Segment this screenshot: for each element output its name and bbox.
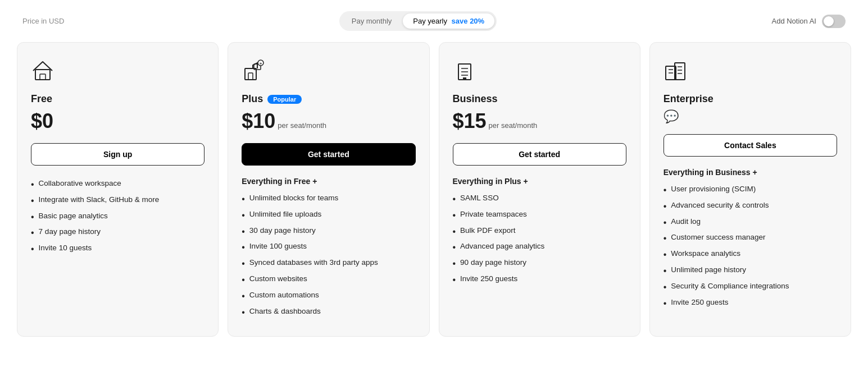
plan-card-plus: + PlusPopular $10 per seat/month Get sta… <box>228 42 429 337</box>
feature-item: Invite 10 guests <box>31 241 204 258</box>
feature-item: Integrate with Slack, GitHub & more <box>31 193 204 209</box>
cta-button[interactable]: Sign up <box>31 143 204 166</box>
feature-item: User provisioning (SCIM) <box>664 182 837 199</box>
feature-item: Invite 250 guests <box>664 296 837 312</box>
feature-item: Synced databases with 3rd party apps <box>242 256 415 272</box>
feature-item: Invite 100 guests <box>242 240 415 256</box>
price-row: $15 per seat/month <box>453 109 626 133</box>
feature-item: Invite 250 guests <box>453 272 626 288</box>
svg-text:+: + <box>260 61 262 66</box>
everything-label: Everything in Free + <box>242 177 415 186</box>
plan-card-free: Free $0 Sign up Collaborative workspaceI… <box>17 42 219 337</box>
feature-item: Advanced page analytics <box>453 240 626 256</box>
feature-list: Collaborative workspaceIntegrate with Sl… <box>31 177 204 258</box>
yearly-billing-button[interactable]: Pay yearly save 20% <box>403 13 494 29</box>
plan-name: Enterprise <box>664 93 837 105</box>
feature-item: Custom websites <box>242 272 415 288</box>
ai-toggle-switch[interactable] <box>822 15 846 28</box>
plan-icon <box>664 58 837 85</box>
feature-list: User provisioning (SCIM)Advanced securit… <box>664 182 837 311</box>
save-badge: save 20% <box>452 17 485 25</box>
price-row: $10 per seat/month <box>242 109 415 133</box>
svg-rect-11 <box>463 77 466 80</box>
popular-badge: Popular <box>267 95 302 104</box>
cta-button[interactable]: Get started <box>242 143 415 166</box>
feature-item: SAML SSO <box>453 191 626 208</box>
svg-rect-2 <box>245 68 256 80</box>
feature-item: Advanced security & controls <box>664 199 837 215</box>
everything-label: Everything in Plus + <box>453 177 626 186</box>
price-sub: per seat/month <box>278 121 326 130</box>
plan-icon: + <box>242 58 415 85</box>
feature-item: Security & Compliance integrations <box>664 279 837 296</box>
ai-toggle-container: Add Notion AI <box>771 15 846 28</box>
billing-toggle: Pay monthly Pay yearly save 20% <box>339 11 497 31</box>
plan-icon <box>31 58 204 85</box>
feature-list: SAML SSOPrivate teamspacesBulk PDF expor… <box>453 191 626 288</box>
feature-item: Audit log <box>664 215 837 231</box>
price-amount: $10 <box>242 109 275 133</box>
feature-item: Custom automations <box>242 288 415 305</box>
top-bar: Price in USD Pay monthly Pay yearly save… <box>0 0 868 42</box>
feature-item: Basic page analytics <box>31 209 204 226</box>
feature-list: Unlimited blocks for teamsUnlimited file… <box>242 191 415 320</box>
price-label: Price in USD <box>22 17 64 25</box>
svg-rect-3 <box>248 73 253 80</box>
svg-rect-0 <box>35 70 50 80</box>
feature-item: Collaborative workspace <box>31 177 204 193</box>
feature-item: Unlimited page history <box>664 263 837 279</box>
everything-label: Everything in Business + <box>664 168 837 177</box>
price-row: $0 <box>31 109 204 133</box>
cta-button[interactable]: Contact Sales <box>664 134 837 157</box>
contact-icon: 💬 <box>664 109 837 124</box>
plan-card-business: Business $15 per seat/month Get started … <box>439 42 640 337</box>
svg-rect-1 <box>40 74 46 80</box>
price-amount: $15 <box>453 109 487 133</box>
plan-card-enterprise: Enterprise 💬 Contact Sales Everything in… <box>649 42 851 337</box>
plans-container: Free $0 Sign up Collaborative workspaceI… <box>0 42 868 354</box>
feature-item: 7 day page history <box>31 225 204 241</box>
feature-item: Customer success manager <box>664 231 837 247</box>
feature-item: Unlimited blocks for teams <box>242 191 415 208</box>
feature-item: Charts & dashboards <box>242 305 415 321</box>
cta-button[interactable]: Get started <box>453 143 626 166</box>
price-amount: $0 <box>31 109 53 133</box>
feature-item: 30 day page history <box>242 224 415 240</box>
plan-name: PlusPopular <box>242 93 415 105</box>
feature-item: Private teamspaces <box>453 208 626 224</box>
feature-item: Bulk PDF export <box>453 224 626 240</box>
plan-name: Business <box>453 93 626 105</box>
price-sub: per seat/month <box>489 121 538 130</box>
plan-icon <box>453 58 626 85</box>
feature-item: Unlimited file uploads <box>242 208 415 224</box>
plan-name: Free <box>31 93 204 105</box>
feature-item: 90 day page history <box>453 256 626 272</box>
feature-item: Workspace analytics <box>664 247 837 263</box>
ai-toggle-label: Add Notion AI <box>771 17 816 25</box>
monthly-billing-button[interactable]: Pay monthly <box>342 13 402 29</box>
